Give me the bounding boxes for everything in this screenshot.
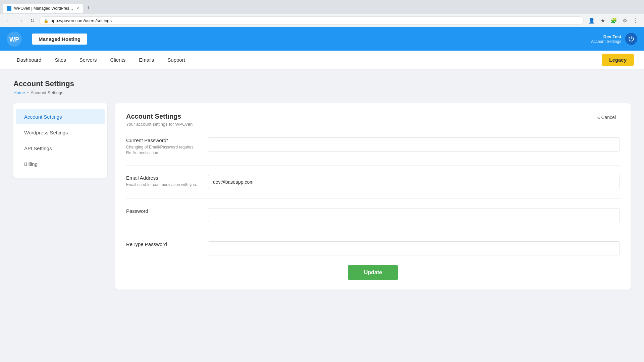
- form-label-retype-password: ReType Password: [126, 241, 200, 247]
- app-header: WP Managed Hosting Dev Test Account Sett…: [0, 27, 644, 51]
- settings-panel-title: Account Settings: [126, 113, 193, 120]
- form-hint-current-password: Changing of Email/Password requires Re-A…: [126, 144, 200, 156]
- header-user-name: Dev Test: [591, 34, 621, 39]
- form-row-email: Email Address Email used for communicati…: [126, 175, 620, 189]
- tab-favicon: [7, 6, 11, 11]
- browser-toolbar-icons: 👤 ★ 🧩 ⚙ ⋮: [586, 16, 640, 25]
- browser-tab-bar: WPOven | Managed WordPress ... × +: [0, 0, 644, 14]
- form-row-password: Password: [126, 208, 620, 222]
- settings-icon[interactable]: ⚙: [621, 16, 629, 25]
- power-icon: [628, 36, 635, 42]
- profile-icon[interactable]: 👤: [586, 16, 597, 25]
- sidebar-item-api-settings[interactable]: API Settings: [16, 141, 105, 156]
- nav-item-servers[interactable]: Servers: [73, 52, 104, 68]
- nav-items: Dashboard Sites Servers Clients Emails S…: [10, 52, 192, 68]
- form-label-current-password: Current Password*: [126, 137, 200, 143]
- page-content: Account Settings Home • Account Settings…: [0, 69, 644, 300]
- extensions-icon[interactable]: 🧩: [608, 16, 619, 25]
- main-nav: Dashboard Sites Servers Clients Emails S…: [0, 51, 644, 69]
- nav-item-support[interactable]: Support: [161, 52, 192, 68]
- current-password-input[interactable]: [208, 137, 620, 152]
- form-label-email: Email Address: [126, 175, 200, 181]
- form-hint-email: Email used for communication with you.: [126, 182, 200, 188]
- address-bar[interactable]: 🔒 app.wpoven.com/users/settings: [39, 16, 584, 25]
- browser-nav-bar: ← → ↻ 🔒 app.wpoven.com/users/settings 👤 …: [0, 14, 644, 27]
- new-tab-button[interactable]: +: [83, 3, 94, 14]
- cancel-button[interactable]: « Cancel: [593, 113, 620, 122]
- header-user-info: Dev Test Account Settings: [591, 34, 621, 44]
- logo-area: WP: [7, 32, 25, 47]
- form-input-area-password: [208, 208, 620, 222]
- settings-panel-subtitle: Your account settings for WPOven: [126, 122, 193, 127]
- tab-close-button[interactable]: ×: [76, 6, 79, 11]
- settings-main-panel: Account Settings Your account settings f…: [115, 103, 631, 290]
- power-button[interactable]: [625, 33, 637, 45]
- nav-right: Legacy: [602, 54, 634, 66]
- divider-2: [126, 198, 620, 199]
- breadcrumb: Home • Account Settings: [13, 90, 631, 95]
- settings-panel-header: Account Settings Your account settings f…: [126, 113, 620, 127]
- divider-3: [126, 232, 620, 232]
- settings-sidebar: Account Settings Wordpress Settings API …: [13, 103, 107, 178]
- page-title: Account Settings: [13, 79, 631, 88]
- refresh-button[interactable]: ↻: [28, 16, 37, 25]
- forward-button[interactable]: →: [16, 16, 25, 25]
- nav-item-emails[interactable]: Emails: [132, 52, 161, 68]
- form-row-current-password: Current Password* Changing of Email/Pass…: [126, 137, 620, 156]
- header-right: Dev Test Account Settings: [591, 33, 637, 45]
- form-label-area-current-password: Current Password* Changing of Email/Pass…: [126, 137, 200, 156]
- form-label-area-email: Email Address Email used for communicati…: [126, 175, 200, 188]
- submit-area: Update: [126, 265, 620, 280]
- form-row-retype-password: ReType Password: [126, 241, 620, 255]
- form-input-area-email: [208, 175, 620, 189]
- sidebar-item-account-settings[interactable]: Account Settings: [16, 109, 105, 124]
- form-label-area-password: Password: [126, 208, 200, 215]
- settings-layout: Account Settings Wordpress Settings API …: [13, 103, 631, 290]
- password-input[interactable]: [208, 208, 620, 222]
- header-account-settings-link[interactable]: Account Settings: [591, 39, 621, 44]
- wpoven-logo: WP: [7, 32, 22, 47]
- divider-1: [126, 165, 620, 166]
- breadcrumb-current: Account Settings: [31, 90, 63, 95]
- browser-tab-active[interactable]: WPOven | Managed WordPress ... ×: [3, 4, 83, 13]
- retype-password-input[interactable]: [208, 241, 620, 255]
- settings-panel-title-area: Account Settings Your account settings f…: [126, 113, 193, 127]
- lock-icon: 🔒: [44, 18, 49, 23]
- breadcrumb-home[interactable]: Home: [13, 90, 25, 95]
- form-label-password: Password: [126, 208, 200, 214]
- sidebar-item-billing[interactable]: Billing: [16, 157, 105, 172]
- nav-item-dashboard[interactable]: Dashboard: [10, 52, 48, 68]
- bookmark-icon[interactable]: ★: [598, 16, 607, 25]
- managed-hosting-tab[interactable]: Managed Hosting: [32, 34, 87, 45]
- nav-item-sites[interactable]: Sites: [48, 52, 72, 68]
- breadcrumb-separator: •: [27, 90, 29, 95]
- form-label-area-retype-password: ReType Password: [126, 241, 200, 248]
- form-input-area-retype-password: [208, 241, 620, 255]
- sidebar-item-wordpress-settings[interactable]: Wordpress Settings: [16, 125, 105, 140]
- form-input-area-current-password: [208, 137, 620, 152]
- back-button[interactable]: ←: [4, 16, 13, 25]
- svg-text:WP: WP: [9, 36, 19, 43]
- submit-button[interactable]: Update: [348, 265, 398, 280]
- nav-item-clients[interactable]: Clients: [103, 52, 132, 68]
- email-address-input[interactable]: [208, 175, 620, 189]
- browser-chrome: WPOven | Managed WordPress ... × + ← → ↻…: [0, 0, 644, 27]
- address-text: app.wpoven.com/users/settings: [51, 18, 112, 23]
- menu-icon[interactable]: ⋮: [631, 16, 640, 25]
- legacy-button[interactable]: Legacy: [602, 54, 634, 66]
- tab-title: WPOven | Managed WordPress ...: [14, 6, 74, 11]
